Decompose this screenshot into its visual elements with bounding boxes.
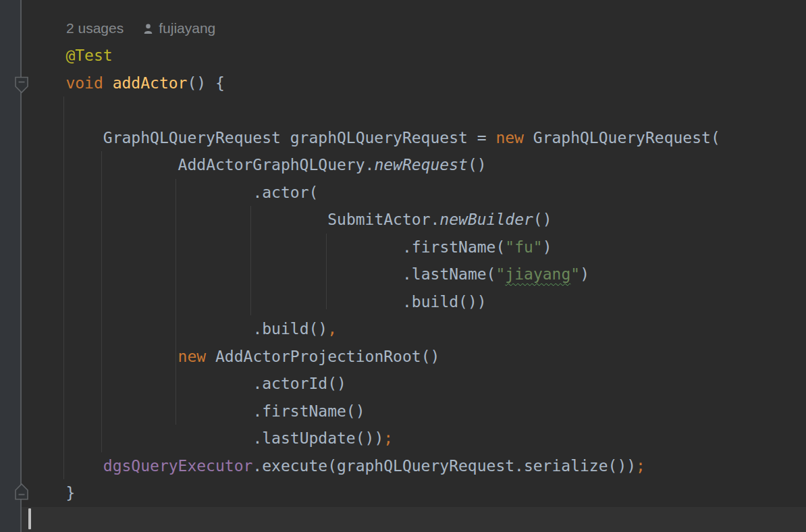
user-icon (142, 23, 154, 34)
token: .build() (252, 320, 327, 338)
token: .lastName( (402, 265, 495, 283)
code-line-13[interactable]: .actorId() (252, 370, 346, 398)
token: () (468, 156, 487, 174)
token: void (65, 74, 103, 92)
token: newRequest (374, 156, 467, 174)
token: .build()) (402, 293, 487, 311)
token: ; (636, 457, 645, 475)
author-hint[interactable]: fujiayang (159, 20, 215, 36)
code-line-8[interactable]: .firstName("fu") (402, 234, 552, 261)
token: ; (383, 429, 393, 447)
usages-hint[interactable]: 2 usages (66, 20, 124, 36)
code-line-16[interactable]: dgsQueryExecutor.execute(graphQLQueryReq… (103, 452, 645, 480)
token: () { (187, 74, 224, 92)
token: .execute(graphQLQueryRequest.serialize()… (252, 457, 636, 475)
token: GraphQLQueryRequest graphQLQueryRequest … (103, 129, 496, 147)
code-line-2[interactable]: void addActor() { (65, 70, 224, 97)
token: SubmitActor. (327, 211, 439, 228)
token: new (495, 129, 524, 147)
token: GraphQLQueryRequest( (524, 129, 720, 147)
token: AddActorGraphQLQuery. (178, 156, 375, 174)
text-caret (28, 508, 31, 529)
code-line-9[interactable]: .lastName("jiayang") (402, 261, 589, 288)
token (103, 74, 113, 92)
code-line-4[interactable]: GraphQLQueryRequest graphQLQueryRequest … (103, 124, 720, 152)
code-line-12[interactable]: new AddActorProjectionRoot() (178, 343, 440, 371)
token: .firstName( (402, 238, 505, 256)
token: .actorId() (252, 375, 346, 392)
token: .actor( (252, 184, 318, 201)
token: " (570, 265, 580, 283)
fold-marker-start-icon[interactable] (14, 76, 29, 94)
token: ) (543, 238, 552, 256)
token: () (533, 211, 552, 228)
indent-guide (101, 151, 102, 452)
code-line-7[interactable]: SubmitActor.newBuilder() (327, 206, 552, 234)
token: .lastUpdate()) (252, 429, 383, 447)
token: @Test (65, 47, 112, 64)
code-line-10[interactable]: .build()) (402, 288, 487, 316)
code-line-1[interactable]: @Test (65, 42, 112, 70)
code-line-6[interactable]: .actor( (252, 179, 318, 207)
token: "fu" (505, 238, 542, 256)
code-line-11[interactable]: .build(), (252, 315, 337, 343)
indent-guide (250, 206, 251, 315)
token: AddActorProjectionRoot() (206, 348, 439, 365)
code-line-15[interactable]: .lastUpdate()); (252, 425, 393, 452)
token: , (327, 320, 337, 338)
indent-guide (176, 179, 176, 425)
token: .firstName() (252, 402, 365, 420)
token: dgsQueryExecutor (103, 457, 253, 475)
token: ) (580, 265, 589, 283)
caret-line-highlight (22, 507, 806, 532)
fold-marker-end-icon[interactable] (14, 483, 29, 500)
token: " (495, 265, 505, 283)
code-line-5[interactable]: AddActorGraphQLQuery.newRequest() (178, 151, 487, 179)
token: addActor (113, 74, 188, 92)
indent-guide (326, 234, 327, 309)
indent-guide (63, 97, 64, 479)
token: } (65, 484, 75, 502)
code-line-14[interactable]: .firstName() (252, 398, 365, 425)
token: newBuilder (439, 211, 533, 228)
code-line-17[interactable]: } (65, 479, 75, 507)
code-editor[interactable]: 2 usagesfujiayang@Testvoid addActor() {G… (0, 0, 806, 532)
code-vision-hints[interactable]: 2 usagesfujiayang (66, 15, 215, 43)
token: new (178, 348, 207, 365)
token: jiayang (505, 265, 570, 283)
